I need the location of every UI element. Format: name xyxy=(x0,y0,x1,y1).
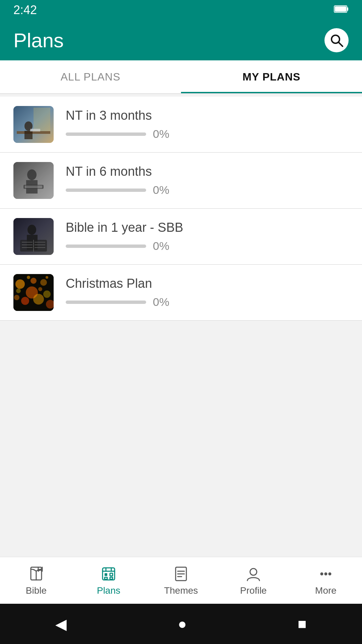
svg-point-31 xyxy=(40,279,47,286)
plan-progress-row-1: 0% xyxy=(66,127,349,141)
svg-point-57 xyxy=(321,573,323,575)
search-button[interactable] xyxy=(324,28,349,52)
plan-name-3: Bible in 1 year - SBB xyxy=(66,220,349,235)
battery-icon xyxy=(334,4,349,16)
themes-icon xyxy=(172,565,190,583)
svg-rect-49 xyxy=(110,573,113,576)
svg-rect-50 xyxy=(105,577,107,579)
svg-rect-9 xyxy=(24,131,33,139)
nav-item-more[interactable]: More xyxy=(290,557,362,604)
svg-rect-7 xyxy=(17,131,50,134)
plan-name-1: NT in 3 months xyxy=(66,108,349,123)
back-button[interactable]: ◀ xyxy=(55,615,67,633)
plan-item-nt-6-months[interactable]: NT in 6 months 0% xyxy=(0,153,362,209)
svg-rect-6 xyxy=(34,108,50,131)
svg-point-41 xyxy=(46,276,48,279)
home-button[interactable]: ● xyxy=(178,615,187,632)
svg-rect-16 xyxy=(13,162,54,199)
nav-item-plans[interactable]: Plans xyxy=(72,557,145,604)
svg-point-35 xyxy=(43,290,51,298)
plan-list: NT in 3 months 0% xyxy=(0,97,362,321)
plan-item-christmas[interactable]: Christmas Plan 0% xyxy=(0,265,362,321)
plan-info-1: NT in 3 months 0% xyxy=(66,108,349,141)
plan-info-4: Christmas Plan 0% xyxy=(66,276,349,309)
plan-progress-row-2: 0% xyxy=(66,183,349,197)
plan-item-bible-1-year[interactable]: Bible in 1 year - SBB 0% xyxy=(0,209,362,265)
plan-thumbnail-4 xyxy=(13,274,54,311)
plan-info-3: Bible in 1 year - SBB 0% xyxy=(66,220,349,253)
nav-label-bible: Bible xyxy=(26,585,47,596)
tab-all-plans[interactable]: ALL PLANS xyxy=(0,60,181,93)
svg-point-40 xyxy=(16,288,21,293)
svg-point-39 xyxy=(38,287,42,291)
plans-icon xyxy=(100,565,117,583)
nav-label-profile: Profile xyxy=(240,585,266,596)
status-time: 2:42 xyxy=(13,3,37,17)
android-nav-bar: ◀ ● ■ xyxy=(0,604,362,644)
svg-point-32 xyxy=(21,297,29,305)
bottom-nav: Bible Plans Themes Prof xyxy=(0,557,362,604)
svg-point-56 xyxy=(250,569,257,575)
svg-rect-1 xyxy=(347,7,348,11)
header: Plans xyxy=(0,20,362,60)
plan-pct-2: 0% xyxy=(153,183,169,197)
recents-button[interactable]: ■ xyxy=(298,615,307,632)
progress-bar-bg-2 xyxy=(66,189,146,192)
svg-point-59 xyxy=(329,573,331,575)
plan-info-2: NT in 6 months 0% xyxy=(66,164,349,197)
svg-rect-2 xyxy=(335,6,346,12)
svg-point-36 xyxy=(31,278,37,284)
plan-thumbnail-3 xyxy=(13,218,54,255)
svg-point-33 xyxy=(33,294,44,305)
nav-item-themes[interactable]: Themes xyxy=(145,557,217,604)
plan-pct-1: 0% xyxy=(153,127,169,141)
svg-rect-51 xyxy=(110,577,113,579)
plan-item-nt-3-months[interactable]: NT in 3 months 0% xyxy=(0,97,362,153)
svg-point-58 xyxy=(325,573,327,575)
svg-point-34 xyxy=(14,295,19,300)
nav-label-themes: Themes xyxy=(164,585,198,596)
nav-label-plans: Plans xyxy=(97,585,120,596)
bible-icon xyxy=(27,565,45,583)
svg-point-38 xyxy=(27,276,30,279)
plan-name-2: NT in 6 months xyxy=(66,164,349,179)
plan-thumbnail-2 xyxy=(13,162,54,199)
plan-name-4: Christmas Plan xyxy=(66,276,349,291)
nav-item-profile[interactable]: Profile xyxy=(217,557,290,604)
svg-point-3 xyxy=(331,35,340,43)
svg-line-4 xyxy=(339,43,343,46)
svg-point-29 xyxy=(15,279,25,289)
nav-label-more: More xyxy=(315,585,337,596)
plan-pct-4: 0% xyxy=(153,296,169,309)
progress-bar-bg-4 xyxy=(66,301,146,304)
plan-progress-row-4: 0% xyxy=(66,296,349,309)
plan-thumbnail-1 xyxy=(13,106,54,143)
tabs-bar: ALL PLANS MY PLANS xyxy=(0,60,362,94)
tab-my-plans[interactable]: MY PLANS xyxy=(181,60,362,93)
plan-progress-row-3: 0% xyxy=(66,239,349,253)
progress-bar-bg-1 xyxy=(66,132,146,136)
progress-bar-bg-3 xyxy=(66,245,146,248)
more-icon xyxy=(317,565,335,583)
svg-rect-48 xyxy=(105,573,107,576)
nav-item-bible[interactable]: Bible xyxy=(0,557,72,604)
profile-icon xyxy=(245,565,262,583)
svg-point-18 xyxy=(27,225,36,235)
plan-pct-3: 0% xyxy=(153,239,169,253)
status-bar: 2:42 xyxy=(0,0,362,20)
page-title: Plans xyxy=(13,29,64,52)
svg-rect-10 xyxy=(30,129,40,131)
